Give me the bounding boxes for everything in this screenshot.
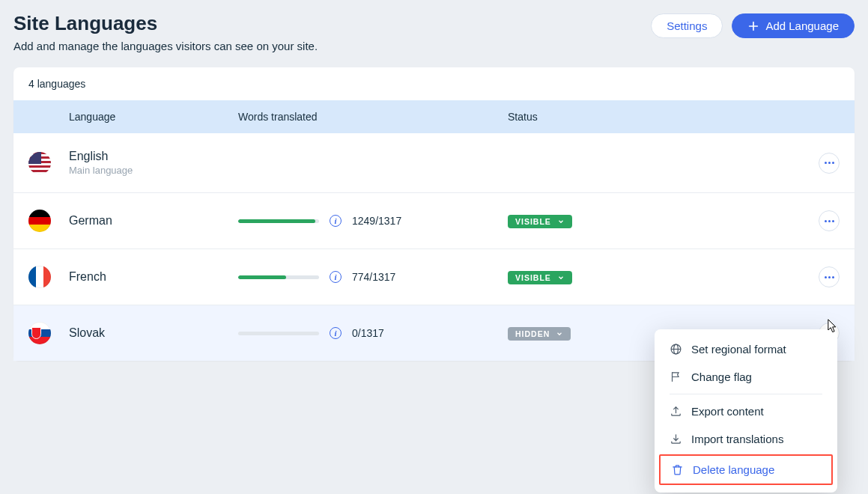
page-title: Site Languages xyxy=(13,12,318,35)
menu-set-regional-format[interactable]: Set regional format xyxy=(655,335,837,363)
chevron-down-icon xyxy=(556,330,563,338)
add-language-label: Add Language xyxy=(765,19,839,32)
flag-icon xyxy=(28,152,51,174)
chevron-down-icon xyxy=(557,274,565,281)
import-icon xyxy=(670,433,682,445)
menu-item-label: Export content xyxy=(691,405,764,418)
menu-item-label: Delete language xyxy=(693,463,774,476)
add-language-button[interactable]: Add Language xyxy=(732,13,855,38)
row-more-button[interactable] xyxy=(819,153,840,174)
page-subtitle: Add and manage the languages visitors ca… xyxy=(13,40,318,52)
table-header: Language Words translated Status xyxy=(13,100,855,133)
language-name: English xyxy=(69,150,238,163)
menu-item-label: Change flag xyxy=(691,370,752,383)
dots-icon xyxy=(825,162,834,164)
language-sub: Main language xyxy=(69,165,238,176)
menu-delete-language[interactable]: Delete language xyxy=(659,454,833,485)
export-icon xyxy=(670,405,682,418)
menu-separator xyxy=(670,394,822,394)
column-language: Language xyxy=(69,111,238,123)
languages-count: 4 languages xyxy=(13,67,855,100)
menu-change-flag[interactable]: Change flag xyxy=(655,363,837,391)
info-icon[interactable]: i xyxy=(330,215,342,227)
plus-icon xyxy=(747,20,759,32)
info-icon[interactable]: i xyxy=(330,271,342,283)
row-more-button[interactable] xyxy=(819,210,840,231)
languages-card: 4 languages Language Words translated St… xyxy=(13,67,855,361)
dots-icon xyxy=(825,276,834,278)
dots-icon xyxy=(825,220,834,222)
menu-import-translations[interactable]: Import translations xyxy=(655,425,837,453)
table-row: Frenchi774/1317VISIBLE xyxy=(13,249,855,305)
trash-icon xyxy=(671,463,684,476)
column-words: Words translated xyxy=(238,111,508,123)
status-badge[interactable]: VISIBLE xyxy=(508,271,572,284)
status-badge[interactable]: HIDDEN xyxy=(508,327,571,341)
progress-bar xyxy=(238,275,319,279)
table-row: EnglishMain language xyxy=(13,133,855,193)
info-icon[interactable]: i xyxy=(330,327,342,339)
menu-item-label: Import translations xyxy=(691,433,783,445)
flag-icon xyxy=(28,210,51,232)
status-badge[interactable]: VISIBLE xyxy=(508,215,572,228)
flag-icon xyxy=(670,370,682,383)
chevron-down-icon xyxy=(557,218,565,225)
cursor-icon xyxy=(824,317,839,335)
column-status: Status xyxy=(508,111,804,123)
status-label: HIDDEN xyxy=(515,329,550,338)
row-context-menu: Set regional format Change flag Export c… xyxy=(655,329,837,493)
status-label: VISIBLE xyxy=(515,273,551,282)
row-more-button[interactable] xyxy=(819,266,840,287)
progress-bar xyxy=(238,332,319,335)
table-row: Germani1249/1317VISIBLE xyxy=(13,193,855,249)
status-label: VISIBLE xyxy=(515,217,551,226)
menu-export-content[interactable]: Export content xyxy=(655,397,837,425)
settings-button[interactable]: Settings xyxy=(651,13,723,38)
translated-count: 1249/1317 xyxy=(352,215,401,227)
flag-icon xyxy=(28,322,51,344)
flag-icon xyxy=(28,266,51,288)
language-name: Slovak xyxy=(69,326,238,340)
language-name: French xyxy=(69,270,238,284)
progress-bar xyxy=(238,219,319,223)
menu-item-label: Set regional format xyxy=(691,343,786,356)
translated-count: 0/1317 xyxy=(352,327,384,339)
translated-count: 774/1317 xyxy=(352,271,395,283)
language-name: German xyxy=(69,214,238,228)
globe-icon xyxy=(670,343,682,356)
